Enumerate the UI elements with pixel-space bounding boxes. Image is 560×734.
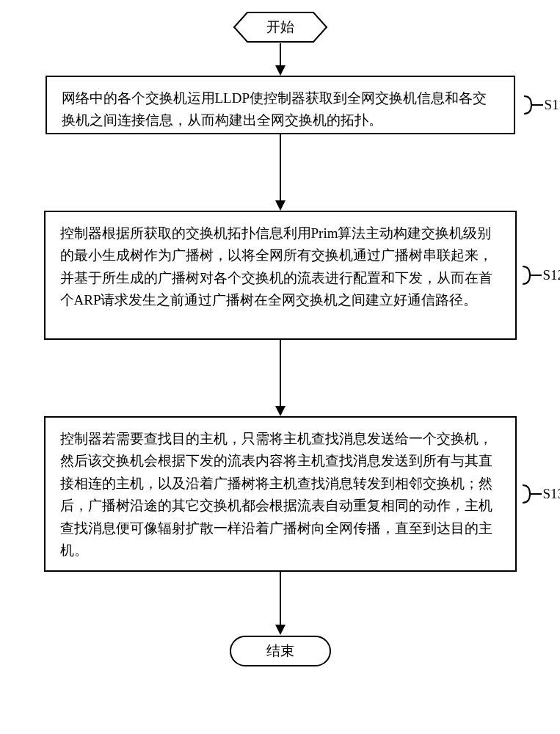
step-s13-row: 控制器若需要查找目的主机，只需将主机查找消息发送给一个交换机，然后该交换机会根据… xyxy=(44,416,517,572)
end-label: 结束 xyxy=(266,642,294,661)
step-s12-row: 控制器根据所获取的交换机拓扑信息利用Prim算法主动构建交换机级别的最小生成树作… xyxy=(44,211,517,340)
arrow-start-to-s11 xyxy=(275,43,286,76)
step-s11-text: 网络中的各个交换机运用LLDP使控制器获取到全网交换机信息和各交换机之间连接信息… xyxy=(62,90,487,128)
step-s11-label-group: S11 xyxy=(523,95,561,115)
step-s12-label-group: S12 xyxy=(521,265,561,286)
bracket-icon xyxy=(521,265,543,286)
bracket-icon xyxy=(521,484,543,504)
step-s11-row: 网络中的各个交换机运用LLDP使控制器获取到全网交换机信息和各交换机之间连接信息… xyxy=(46,76,515,134)
step-s11-label: S11 xyxy=(545,97,561,113)
flowchart-container: 开始 网络中的各个交换机运用LLDP使控制器获取到全网交换机信息和各交换机之间连… xyxy=(0,0,560,667)
step-s11-box: 网络中的各个交换机运用LLDP使控制器获取到全网交换机信息和各交换机之间连接信息… xyxy=(46,76,515,134)
bracket-icon xyxy=(523,95,545,115)
arrow-s12-to-s13 xyxy=(275,340,286,416)
end-terminator: 结束 xyxy=(229,635,332,667)
arrow-s11-to-s12 xyxy=(275,134,286,211)
step-s13-box: 控制器若需要查找目的主机，只需将主机查找消息发送给一个交换机，然后该交换机会根据… xyxy=(44,416,517,572)
step-s12-box: 控制器根据所获取的交换机拓扑信息利用Prim算法主动构建交换机级别的最小生成树作… xyxy=(44,211,517,340)
arrow-s13-to-end xyxy=(275,572,286,635)
step-s13-label-group: S13 xyxy=(521,484,561,504)
start-label: 开始 xyxy=(266,18,294,37)
step-s12-label: S12 xyxy=(543,267,561,283)
step-s12-text: 控制器根据所获取的交换机拓扑信息利用Prim算法主动构建交换机级别的最小生成树作… xyxy=(60,225,492,308)
step-s13-text: 控制器若需要查找目的主机，只需将主机查找消息发送给一个交换机，然后该交换机会根据… xyxy=(60,431,492,558)
step-s13-label: S13 xyxy=(543,486,561,502)
start-terminator: 开始 xyxy=(233,11,328,43)
